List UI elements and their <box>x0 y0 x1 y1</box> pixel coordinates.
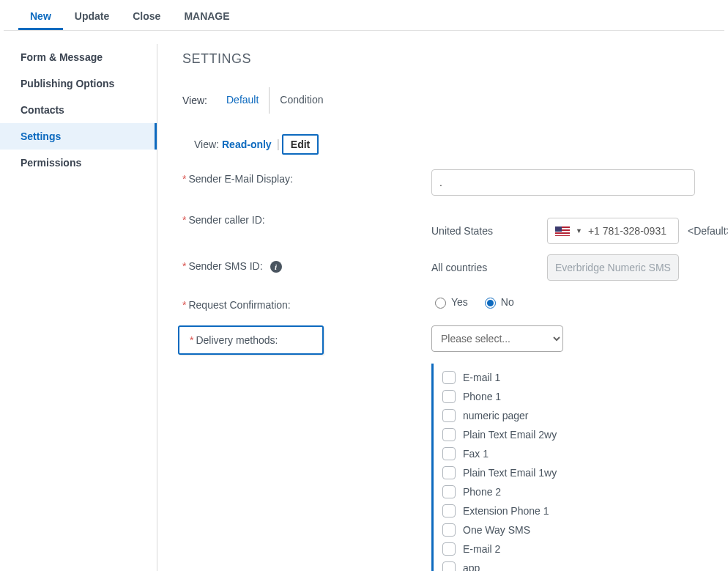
dm-item-extension-phone-1[interactable]: Extension Phone 1 <box>442 501 728 520</box>
dm-item-label: app <box>463 562 480 571</box>
request-confirmation-label: *Request Confirmation: <box>182 295 431 311</box>
page-title: SETTINGS <box>182 51 728 67</box>
checkbox[interactable] <box>442 447 456 460</box>
dm-item-label: Plain Text Email 2wy <box>463 429 557 441</box>
dm-item-app[interactable]: app <box>442 559 728 571</box>
view-mode-row: View: Read-only | Edit <box>194 134 728 155</box>
dm-item-label: One Way SMS <box>463 524 530 536</box>
radio-yes-input[interactable] <box>435 298 446 309</box>
dm-item-plain-text-email-1wy[interactable]: Plain Text Email 1wy <box>442 463 728 482</box>
dm-item-label: Phone 1 <box>463 391 501 402</box>
top-tab-manage[interactable]: MANAGE <box>172 3 241 30</box>
top-tab-new[interactable]: New <box>18 3 63 30</box>
sender-caller-id-label: *Sender caller ID: <box>182 210 431 226</box>
caller-phone-input[interactable]: ▼ +1 781-328-0931 <box>547 218 679 244</box>
dm-item-plain-text-email-2wy[interactable]: Plain Text Email 2wy <box>442 425 728 444</box>
checkbox[interactable] <box>442 390 456 403</box>
top-tabs: New Update Close MANAGE <box>4 3 724 31</box>
checkbox[interactable] <box>442 428 456 441</box>
checkbox[interactable] <box>442 409 456 422</box>
checkbox[interactable] <box>442 371 456 384</box>
dm-item-fax-1[interactable]: Fax 1 <box>442 444 728 463</box>
radio-no-input[interactable] <box>485 298 496 309</box>
delivery-methods-list: E-mail 1 Phone 1 numeric pager Plain Tex… <box>431 364 728 571</box>
caller-default-tag: <Default> <box>688 225 728 237</box>
chevron-down-icon[interactable]: ▼ <box>576 227 582 235</box>
sms-id-input <box>547 254 679 281</box>
checkbox[interactable] <box>442 466 456 479</box>
dm-item-label: numeric pager <box>463 410 529 421</box>
checkbox[interactable] <box>442 523 456 537</box>
dm-item-label: Fax 1 <box>463 448 489 460</box>
caller-country-us: United States <box>431 225 538 237</box>
dm-item-phone-2[interactable]: Phone 2 <box>442 482 728 501</box>
delivery-methods-list-container: E-mail 1 Phone 1 numeric pager Plain Tex… <box>431 364 728 571</box>
sidebar-item-permissions[interactable]: Permissions <box>0 150 157 176</box>
radio-yes-label: Yes <box>451 296 468 308</box>
sender-email-input[interactable] <box>431 169 695 196</box>
sms-country-all: All countries <box>431 262 538 273</box>
checkbox[interactable] <box>442 504 456 517</box>
view-mode-value: Read-only <box>222 139 272 150</box>
radio-no[interactable]: No <box>481 295 514 309</box>
caller-phone-value: +1 781-328-0931 <box>588 225 666 237</box>
sender-sms-id-label: *Sender SMS ID: i <box>182 254 431 273</box>
view-tabs-row: View: Default Condition <box>182 87 728 114</box>
main-content: SETTINGS View: Default Condition View: R… <box>157 44 728 571</box>
dm-item-email-2[interactable]: E-mail 2 <box>442 539 728 559</box>
view-tab-condition[interactable]: Condition <box>270 87 333 114</box>
view-mode-label: View: <box>194 139 219 150</box>
sidebar-item-form-message[interactable]: Form & Message <box>0 44 157 70</box>
request-confirmation-radios: Yes No <box>431 295 728 309</box>
sidebar-item-publishing-options[interactable]: Publishing Options <box>0 70 157 97</box>
dm-item-label: Plain Text Email 1wy <box>463 467 557 479</box>
delivery-methods-label: *Delivery methods: <box>178 325 324 355</box>
radio-no-label: No <box>501 296 514 308</box>
dm-item-numeric-pager[interactable]: numeric pager <box>442 406 728 425</box>
checkbox[interactable] <box>442 542 456 556</box>
view-label: View: <box>182 95 207 106</box>
checkbox[interactable] <box>442 485 456 498</box>
sender-email-label: *Sender E-Mail Display: <box>182 169 431 185</box>
divider: | <box>277 138 280 151</box>
top-tab-close[interactable]: Close <box>121 3 172 30</box>
dm-item-label: E-mail 1 <box>463 372 500 383</box>
dm-item-label: E-mail 2 <box>463 543 500 555</box>
radio-yes[interactable]: Yes <box>431 295 468 309</box>
flag-us-icon <box>555 226 570 236</box>
dm-item-one-way-sms[interactable]: One Way SMS <box>442 520 728 539</box>
edit-button[interactable]: Edit <box>282 134 319 155</box>
delivery-methods-select[interactable]: Please select... <box>431 325 563 352</box>
dm-item-phone-1[interactable]: Phone 1 <box>442 387 728 406</box>
view-tab-default[interactable]: Default <box>216 87 269 114</box>
checkbox[interactable] <box>442 561 456 571</box>
dm-item-label: Extension Phone 1 <box>463 505 549 517</box>
sidebar-item-settings[interactable]: Settings <box>0 123 157 150</box>
top-tab-update[interactable]: Update <box>63 3 121 30</box>
info-icon[interactable]: i <box>270 261 282 273</box>
dm-item-email-1[interactable]: E-mail 1 <box>442 368 728 387</box>
dm-item-label: Phone 2 <box>463 486 501 498</box>
sidebar: Form & Message Publishing Options Contac… <box>0 44 157 571</box>
sidebar-item-contacts[interactable]: Contacts <box>0 97 157 123</box>
